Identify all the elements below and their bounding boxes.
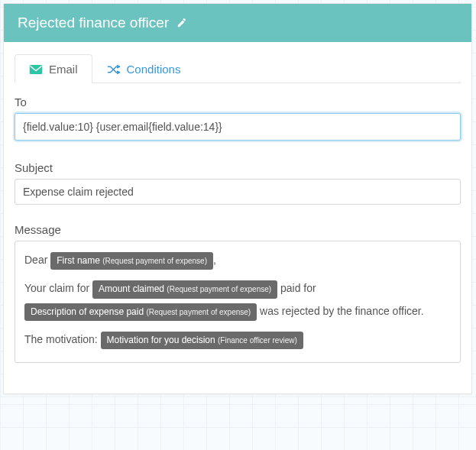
tab-email-label: Email [49,63,78,76]
tab-email[interactable]: Email [15,54,92,83]
message-label: Message [15,223,461,236]
panel: Rejected finance officer Email Conditi [3,3,472,394]
chip-motivation[interactable]: Motivation for you decision (Finance off… [101,332,303,349]
tabs: Email Conditions [15,54,461,83]
chip-amount-sub: (Request payment of expense) [167,285,271,293]
to-label: To [15,96,461,108]
message-box[interactable]: Dear First name (Request payment of expe… [15,241,461,363]
chip-first-name-main: First name [57,255,102,266]
panel-body: Email Conditions To Subject Message [4,42,471,393]
text-claim-for: Your claim for [24,282,92,294]
chip-motivation-main: Motivation for you decision [107,335,218,345]
text-comma: , [213,254,216,266]
form-group-message: Message Dear First name (Request payment… [15,223,461,363]
subject-input[interactable] [15,179,461,205]
shuffle-icon [107,64,121,75]
chip-first-name-sub: (Request payment of expense) [102,257,207,265]
chip-motivation-sub: (Finance officer review) [218,336,297,345]
text-motivation: The motivation: [24,333,101,345]
message-line-1: Dear First name (Request payment of expe… [24,249,451,271]
chip-amount-main: Amount claimed [99,283,167,294]
envelope-icon [29,64,43,75]
tab-conditions-label: Conditions [127,63,181,76]
panel-header: Rejected finance officer [4,4,471,42]
text-paid-for: paid for [277,282,316,294]
tab-conditions[interactable]: Conditions [92,54,196,83]
chip-description-sub: (Request payment of expense) [146,308,251,316]
panel-title: Rejected finance officer [18,15,169,31]
pencil-icon[interactable] [176,18,187,28]
chip-description[interactable]: Description of expense paid (Request pay… [24,303,257,321]
text-dear: Dear [24,254,50,266]
message-line-3: The motivation: Motivation for you decis… [24,329,451,351]
subject-label: Subject [15,161,461,174]
svg-rect-0 [30,65,43,74]
form-group-subject: Subject [15,161,461,205]
chip-first-name[interactable]: First name (Request payment of expense) [50,252,213,270]
to-input[interactable] [15,113,461,141]
message-line-2: Your claim for Amount claimed (Request p… [24,277,451,322]
form-group-to: To [15,96,461,143]
chip-description-main: Description of expense paid [31,306,146,317]
chip-amount[interactable]: Amount claimed (Request payment of expen… [92,280,277,298]
text-rejected: was rejected by the finance officer. [257,305,423,317]
